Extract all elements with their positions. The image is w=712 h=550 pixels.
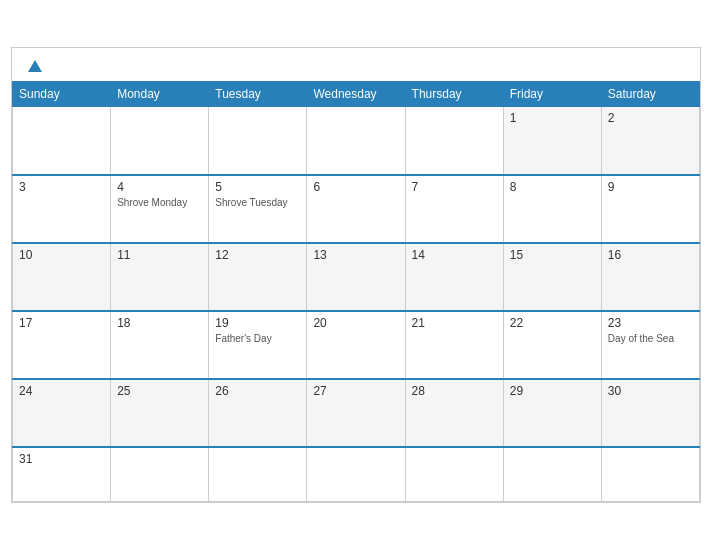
day-number: 21	[412, 316, 497, 330]
calendar-day-cell: 2	[601, 107, 699, 175]
calendar-day-cell: 17	[13, 311, 111, 379]
calendar-day-cell	[405, 447, 503, 502]
day-number: 24	[19, 384, 104, 398]
calendar-day-cell: 26	[209, 379, 307, 447]
day-number: 4	[117, 180, 202, 194]
day-number: 10	[19, 248, 104, 262]
calendar-week-row: 31	[13, 447, 700, 502]
day-event-label: Father's Day	[215, 332, 300, 345]
calendar-day-cell: 25	[111, 379, 209, 447]
logo-text	[26, 58, 42, 76]
calendar-day-cell: 6	[307, 175, 405, 243]
day-header-thursday: Thursday	[405, 82, 503, 107]
day-header-sunday: Sunday	[13, 82, 111, 107]
day-number: 8	[510, 180, 595, 194]
logo	[26, 58, 42, 76]
calendar-week-row: 34Shrove Monday5Shrove Tuesday6789	[13, 175, 700, 243]
calendar-week-row: 12	[13, 107, 700, 175]
day-number: 12	[215, 248, 300, 262]
calendar-day-cell	[13, 107, 111, 175]
calendar-day-cell: 7	[405, 175, 503, 243]
calendar-day-cell: 27	[307, 379, 405, 447]
day-number: 18	[117, 316, 202, 330]
day-number: 30	[608, 384, 693, 398]
calendar-day-cell: 11	[111, 243, 209, 311]
calendar-day-cell	[111, 447, 209, 502]
day-number: 3	[19, 180, 104, 194]
calendar-day-cell: 5Shrove Tuesday	[209, 175, 307, 243]
calendar-day-cell: 16	[601, 243, 699, 311]
day-number: 23	[608, 316, 693, 330]
day-header-monday: Monday	[111, 82, 209, 107]
day-number: 9	[608, 180, 693, 194]
calendar-day-cell: 3	[13, 175, 111, 243]
calendar-day-cell	[111, 107, 209, 175]
calendar-day-cell: 19Father's Day	[209, 311, 307, 379]
day-number: 1	[510, 111, 595, 125]
calendar-day-cell: 31	[13, 447, 111, 502]
calendar-grid: SundayMondayTuesdayWednesdayThursdayFrid…	[12, 81, 700, 502]
day-number: 17	[19, 316, 104, 330]
day-header-friday: Friday	[503, 82, 601, 107]
calendar-day-cell: 15	[503, 243, 601, 311]
calendar-day-cell: 22	[503, 311, 601, 379]
calendar-day-cell	[307, 107, 405, 175]
calendar-day-cell	[601, 447, 699, 502]
calendar-day-cell	[503, 447, 601, 502]
calendar-day-cell: 8	[503, 175, 601, 243]
day-number: 13	[313, 248, 398, 262]
day-number: 11	[117, 248, 202, 262]
calendar-day-cell: 30	[601, 379, 699, 447]
day-number: 6	[313, 180, 398, 194]
calendar-day-cell: 23Day of the Sea	[601, 311, 699, 379]
calendar-day-cell: 1	[503, 107, 601, 175]
day-number: 26	[215, 384, 300, 398]
day-number: 5	[215, 180, 300, 194]
calendar-header	[12, 48, 700, 82]
calendar-day-cell: 12	[209, 243, 307, 311]
day-number: 20	[313, 316, 398, 330]
calendar-day-cell: 28	[405, 379, 503, 447]
calendar-day-cell	[405, 107, 503, 175]
calendar-day-cell: 13	[307, 243, 405, 311]
calendar-container: SundayMondayTuesdayWednesdayThursdayFrid…	[11, 47, 701, 504]
calendar-day-cell: 24	[13, 379, 111, 447]
calendar-day-cell	[209, 107, 307, 175]
calendar-week-row: 171819Father's Day20212223Day of the Sea	[13, 311, 700, 379]
calendar-day-cell: 21	[405, 311, 503, 379]
day-event-label: Day of the Sea	[608, 332, 693, 345]
calendar-day-cell: 9	[601, 175, 699, 243]
calendar-week-row: 10111213141516	[13, 243, 700, 311]
day-header-wednesday: Wednesday	[307, 82, 405, 107]
day-number: 7	[412, 180, 497, 194]
day-number: 22	[510, 316, 595, 330]
calendar-day-cell: 4Shrove Monday	[111, 175, 209, 243]
day-number: 2	[608, 111, 693, 125]
day-number: 19	[215, 316, 300, 330]
day-number: 25	[117, 384, 202, 398]
day-number: 27	[313, 384, 398, 398]
calendar-day-cell: 14	[405, 243, 503, 311]
day-event-label: Shrove Monday	[117, 196, 202, 209]
calendar-day-cell: 20	[307, 311, 405, 379]
day-number: 28	[412, 384, 497, 398]
calendar-day-cell	[209, 447, 307, 502]
days-header-row: SundayMondayTuesdayWednesdayThursdayFrid…	[13, 82, 700, 107]
day-event-label: Shrove Tuesday	[215, 196, 300, 209]
day-number: 16	[608, 248, 693, 262]
calendar-week-row: 24252627282930	[13, 379, 700, 447]
calendar-day-cell	[307, 447, 405, 502]
calendar-day-cell: 29	[503, 379, 601, 447]
day-header-tuesday: Tuesday	[209, 82, 307, 107]
day-number: 14	[412, 248, 497, 262]
calendar-day-cell: 10	[13, 243, 111, 311]
calendar-day-cell: 18	[111, 311, 209, 379]
day-number: 15	[510, 248, 595, 262]
day-number: 29	[510, 384, 595, 398]
day-number: 31	[19, 452, 104, 466]
day-header-saturday: Saturday	[601, 82, 699, 107]
logo-triangle-icon	[28, 60, 42, 72]
